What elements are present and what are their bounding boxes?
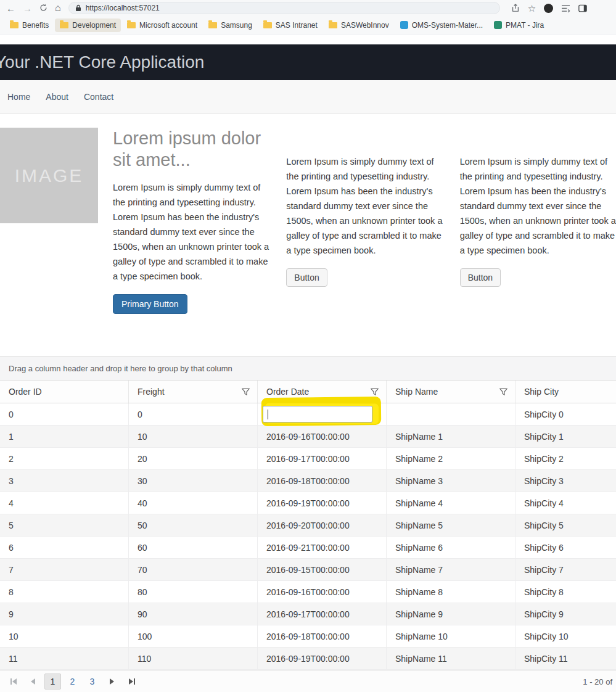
cell-ship-city[interactable]: ShipCity 1 [515,426,616,447]
nav-item-contact[interactable]: Contact [84,92,113,102]
cell-order-date[interactable]: 2016-09-17T00:00:00 [258,448,387,469]
pager-page-2[interactable]: 2 [64,673,81,690]
bookmark-item-benefits[interactable]: Benefits [5,19,54,32]
group-drop-area[interactable]: Drag a column header and drop it here to… [0,356,616,381]
bookmark-item-microsoft-account[interactable]: Microsoft account [122,19,202,32]
address-bar[interactable]: https://localhost:57021 [68,2,500,14]
filter-icon[interactable] [499,388,507,396]
cell-order-id[interactable]: 9 [0,603,129,625]
cell-freight[interactable]: 30 [129,470,258,492]
cell-ship-name[interactable] [387,403,515,425]
cell-ship-name[interactable]: ShipName 8 [387,581,515,603]
share-icon[interactable] [511,4,520,12]
cell-order-id[interactable]: 10 [0,625,129,647]
forward-icon[interactable]: → [23,4,32,13]
cell-order-id[interactable]: 2 [0,448,129,469]
pager-first-button[interactable] [5,673,22,690]
column-header-freight[interactable]: Freight [129,381,258,403]
home-icon[interactable]: ⌂ [55,3,61,13]
app-title[interactable]: Your .NET Core Application [0,52,204,72]
cell-ship-city[interactable]: ShipCity 0 [515,403,616,425]
bookmark-item-saswebinnov[interactable]: SASWebInnov [324,19,394,32]
bookmark-star-icon[interactable]: ☆ [528,4,536,13]
cell-ship-name[interactable]: ShipName 2 [387,448,515,469]
cell-order-date[interactable]: 2016-09-16T00:00:00 [258,581,387,603]
cell-ship-name[interactable]: ShipName 7 [387,559,515,580]
cell-order-date[interactable]: 2016-09-19T00:00:00 [258,492,387,514]
cell-ship-city[interactable]: ShipCity 3 [515,470,616,492]
cell-ship-city[interactable]: ShipCity 4 [515,492,616,514]
cell-freight[interactable]: 70 [129,559,258,580]
order-date-input[interactable] [263,406,372,422]
cell-ship-name[interactable]: ShipName 10 [387,625,515,647]
cell-ship-city[interactable]: ShipCity 5 [515,514,616,536]
cell-ship-city[interactable]: ShipCity 11 [515,648,616,669]
bookmark-item-pmat-jira[interactable]: PMAT - Jira [489,19,549,32]
cell-ship-name[interactable]: ShipName 11 [387,648,515,669]
cell-freight[interactable]: 90 [129,603,258,625]
extension-icon[interactable] [544,4,553,13]
column-header-ship-city[interactable]: Ship City [515,381,616,403]
cell-freight[interactable]: 50 [129,514,258,536]
cell-order-date[interactable]: 2016-09-19T00:00:00 [258,648,387,669]
bookmark-item-sas-intranet[interactable]: SAS Intranet [258,19,322,32]
bookmark-item-samsung[interactable]: Samsung [203,19,257,32]
cell-order-date[interactable]: 2016-09-21T00:00:00 [258,537,387,558]
cell-freight[interactable]: 10 [129,426,258,447]
nav-item-about[interactable]: About [46,92,68,102]
cell-ship-name[interactable]: ShipName 3 [387,470,515,492]
bookmark-item-development[interactable]: Development [55,19,121,32]
pager-page-1[interactable]: 1 [44,673,61,690]
cell-ship-city[interactable]: ShipCity 7 [515,559,616,580]
refresh-icon[interactable] [39,4,47,13]
cell-ship-city[interactable]: ShipCity 8 [515,581,616,603]
cell-ship-name[interactable]: ShipName 9 [387,603,515,625]
reading-list-icon[interactable] [561,4,570,12]
cell-order-id[interactable]: 7 [0,559,129,580]
cell-ship-city[interactable]: ShipCity 10 [515,625,616,647]
filter-icon[interactable] [371,388,379,396]
cell-order-date[interactable]: 2016-09-16T00:00:00 [258,426,387,447]
cell-order-id[interactable]: 3 [0,470,129,492]
pager-next-button[interactable] [104,673,120,690]
cell-order-id[interactable]: 0 [0,403,129,425]
cell-ship-city[interactable]: ShipCity 2 [515,448,616,469]
cell-freight[interactable]: 40 [129,492,258,514]
column-header-order-id[interactable]: Order ID [0,381,129,403]
cell-ship-city[interactable]: ShipCity 9 [515,603,616,625]
pager-prev-button[interactable] [25,673,41,690]
primary-button[interactable]: Primary Button [113,294,187,314]
back-icon[interactable]: ← [6,4,15,13]
cell-order-id[interactable]: 11 [0,648,129,669]
cell-ship-name[interactable]: ShipName 5 [387,514,515,536]
cell-ship-name[interactable]: ShipName 4 [387,492,515,514]
cell-ship-city[interactable]: ShipCity 6 [515,537,616,558]
cell-order-date[interactable]: 2016-09-15T00:00:00 [258,559,387,580]
cell-order-id[interactable]: 5 [0,514,129,536]
cell-freight[interactable]: 20 [129,448,258,469]
cell-freight[interactable]: 100 [129,625,258,647]
cell-order-id[interactable]: 4 [0,492,129,514]
cell-freight[interactable]: 110 [129,648,258,669]
cell-freight[interactable]: 60 [129,537,258,558]
cell-ship-name[interactable]: ShipName 6 [387,537,515,558]
nav-item-home[interactable]: Home [7,92,30,102]
cell-order-date[interactable]: 2016-09-17T00:00:00 [258,603,387,625]
button-3[interactable]: Button [460,268,501,287]
cell-order-id[interactable]: 6 [0,537,129,558]
cell-order-id[interactable]: 1 [0,426,129,447]
cell-freight[interactable]: 0 [129,403,258,425]
cell-order-date[interactable]: 2016-09-20T00:00:00 [258,514,387,536]
cell-ship-name[interactable]: ShipName 1 [387,426,515,447]
pager-last-button[interactable] [123,673,140,690]
cell-order-id[interactable]: 8 [0,581,129,603]
cell-freight[interactable]: 80 [129,581,258,603]
button-2[interactable]: Button [286,268,327,287]
filter-icon[interactable] [242,388,250,396]
pager-page-3[interactable]: 3 [84,673,101,690]
side-panel-icon[interactable] [578,4,587,12]
cell-order-date[interactable]: 2016-09-18T00:00:00 [258,625,387,647]
column-header-ship-name[interactable]: Ship Name [387,381,515,403]
bookmark-item-oms-system-mater-[interactable]: OMS-System-Mater... [395,19,488,32]
cell-order-date[interactable]: 2016-09-18T00:00:00 [258,470,387,492]
